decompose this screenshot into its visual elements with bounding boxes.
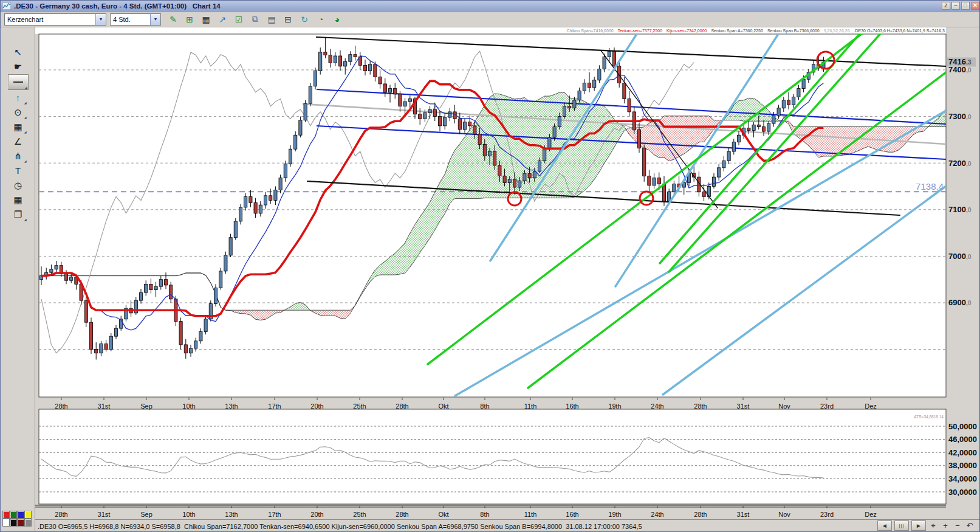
date-tick-label: Sep [140,511,152,518]
date-tick-label: Nov [778,402,790,410]
candle-body [722,161,725,167]
pan-mode-icon[interactable]: ⌖ [928,521,938,531]
zoom-out-icon[interactable]: − [953,521,962,530]
candle-body [473,126,476,134]
atr-tick-label: 34,0000 [948,474,977,483]
candle-body [304,103,307,120]
candle-body [84,300,87,322]
candle-body [593,80,596,88]
performance-chart-button[interactable]: ↗ [215,13,230,26]
close-button[interactable]: ✕ [971,2,979,10]
candle-body [558,117,561,127]
scroll-left-button[interactable]: ◄ [877,520,892,531]
candle-body [797,89,800,97]
refresh-button[interactable]: ↻ [297,13,312,26]
candle-body [747,128,750,131]
chart-canvas[interactable]: 7400,07300,07200,07100,07000,06900,07416… [1,27,980,532]
candle-body [95,350,98,353]
zoom-in-icon[interactable]: + [941,521,950,530]
scroll-thumb[interactable]: ||| [894,520,909,531]
candle-body [100,344,103,353]
legend-item: Senkou Span A=7360,2250 [711,29,762,33]
undo-zoom-icon[interactable]: ↶ [965,521,975,530]
candle-body [154,286,157,289]
candle-body [170,285,173,299]
atr-indicator-label: ATR=34,8818 14 [914,415,944,419]
candle-body [628,98,631,111]
candle-body [55,266,58,269]
main-plot-area[interactable] [39,34,946,397]
candle-body [568,106,571,108]
date-tick-label: 19th [608,511,621,518]
date-tick-label: 23rd [820,511,834,518]
chart-type-dropdown[interactable]: Kerzenchart ▼ [4,13,106,26]
atr-panel[interactable] [39,409,946,504]
candle-body [179,322,182,345]
candle-body [184,345,187,353]
edit-symbol-button[interactable]: ✎ [166,13,180,26]
date-tick-label: 24th [651,402,663,410]
candle-body [354,55,357,57]
date-tick-label: 10th [182,402,195,410]
date-tick-label: 17th [268,511,281,518]
window-title: .DE30 - Germany 30 cash, Euro - 4 Std. (… [14,2,221,10]
candle-body [448,112,451,117]
candle-body [772,116,775,123]
candle-body [548,137,551,149]
time-zone-button[interactable]: ◕ [330,13,344,26]
candle-body [309,86,312,103]
chart-window: .DE30 - Germany 30 cash, Euro - 4 Std. (… [0,0,980,532]
candle-body [214,288,217,303]
date-tick-label: 20th [310,511,323,518]
candle-body [334,56,337,63]
candle-body [139,292,142,300]
candle-body [603,57,606,69]
candle-body [219,271,222,288]
print-button[interactable]: ⊟ [281,13,295,26]
candle-body [657,178,660,184]
main-toolbar: Kerzenchart ▼ 4 Std. ▼ ✎⊞▦↗☑⧉▤⊟↻◔◕ [1,12,980,27]
candle-body [648,176,651,185]
title-bar[interactable]: .DE30 - Germany 30 cash, Euro - 4 Std. (… [1,1,980,12]
minimize-button[interactable]: – [951,2,960,10]
date-tick-label: 25th [353,511,366,518]
candle-body [50,269,53,272]
scroll-right-button[interactable]: ► [911,520,926,531]
candle-body [259,205,262,213]
candle-body [229,238,232,255]
indicator-legend: Chikou Span=7416,0000Tenkan-sen=7377,250… [626,27,945,34]
candle-body [224,255,227,271]
shade-button[interactable]: Z [942,2,950,10]
candle-body [553,126,556,137]
candle-body [249,196,252,202]
candle-body [618,66,621,83]
time-shift-button[interactable]: ◔ [314,13,328,26]
edit-checkbox-button[interactable]: ☑ [231,13,246,26]
chevron-down-icon[interactable]: ▼ [150,14,160,25]
date-tick-label: 16th [566,402,578,410]
date-tick-label: 20th [310,402,323,410]
compare-chart-button[interactable]: ⧉ [248,13,262,26]
date-tick-label: 28th [55,402,67,410]
chevron-down-icon[interactable]: ▼ [95,14,106,25]
candle-body [329,55,332,63]
date-tick-label: 31st [737,402,750,410]
candle-body [488,151,491,156]
date-tick-label: 19th [608,402,621,410]
maximize-button[interactable]: □ [961,2,970,10]
candle-body [782,100,785,108]
candle-body [274,190,277,201]
date-tick-label: 24th [651,511,663,518]
add-symbol-button[interactable]: ⊞ [182,13,197,26]
interval-dropdown[interactable]: 4 Std. ▼ [110,13,161,26]
date-tick-label: 31st [98,402,111,410]
candle-body [563,106,566,117]
candle-body [70,277,73,280]
date-tick-label: 28th [55,511,67,518]
grid-settings-button[interactable]: ▦ [199,13,213,26]
candle-body [762,126,765,131]
candle-body [483,145,486,156]
candle-body [294,135,297,149]
atr-tick-label: 42,0000 [948,448,977,457]
new-document-button[interactable]: ▤ [264,13,279,26]
